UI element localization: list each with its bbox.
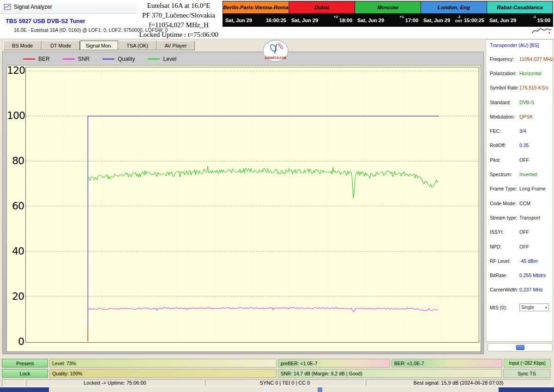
field-value: Long Frame — [519, 186, 546, 191]
input-text: Input (~282 Kbps) — [509, 361, 546, 366]
field-value: 0,255 Mbit/s — [519, 273, 546, 278]
transponder-field-frame-type-: Frame Type:Long Frame — [490, 182, 551, 196]
plot-area — [25, 67, 479, 343]
clock-time-row: Sat, Jun 2916:00:25 — [223, 14, 289, 26]
level-text: Level: 73% — [52, 361, 76, 366]
clock-time: 16:00:25 — [266, 18, 286, 23]
transponder-panel: Transponder (AU) [BS] Frequency:11054,02… — [486, 39, 553, 342]
transponder-field-polarization-: Polarization:Horizontal — [490, 66, 551, 80]
transponder-field-rolloff-: RollOff:0.35 — [490, 138, 551, 153]
legend-item-snr: SNR — [63, 56, 90, 62]
statusbar-uptime: Locked -> Uptime: 75:06:00 — [26, 379, 204, 386]
legend-item-ber: BER — [23, 56, 50, 62]
clock-date: Sat, Jun 29 — [489, 18, 531, 23]
app-icon — [4, 3, 11, 11]
tab-av-player[interactable]: AV Player — [157, 41, 195, 50]
transponder-field-bitrate-: BitRate:0,255 Mbit/s — [490, 268, 551, 282]
legend-line-icon — [148, 59, 160, 59]
field-label: Frequency: — [490, 56, 519, 62]
field-value: 3/4 — [519, 128, 526, 134]
field-label: Standard: — [490, 100, 519, 105]
y-axis-label-120: 120 — [7, 65, 24, 77]
legend-line-icon — [23, 59, 35, 59]
clock-city-label: Berlin-Paris-Vienna-Roma — [223, 1, 289, 14]
field-label: ISSYI: — [490, 229, 519, 235]
transponder-field-symbol-rate-: Symbol Rate:176,515 KS/s — [490, 81, 551, 95]
logo-text: DXSATCS.COM — [265, 56, 286, 59]
mis-value: Single — [521, 305, 534, 310]
mis-dropdown[interactable]: Single ▾ — [519, 303, 549, 311]
signature-icon — [531, 26, 552, 36]
transponder-field-carrierwidth-: CarrierWidth:0,237 MHz — [490, 283, 551, 297]
taskbar-fragment — [499, 387, 554, 392]
tuner-name: TBS 5927 USB DVB-S2 Tuner — [6, 18, 85, 24]
frequency-line: f=11054,027 MHz_H — [134, 20, 223, 30]
transponder-field-spectrum-: Spectrum:Inverted — [490, 167, 551, 181]
statusbar: Locked -> Uptime: 75:06:00 SYNC 0 | TEI … — [2, 379, 552, 386]
transponder-field-modulation-: Modulation:QPSK — [490, 109, 551, 124]
y-axis-label-60: 60 — [7, 200, 24, 212]
legend-label: SNR — [78, 56, 90, 62]
legend-label: Quality — [118, 56, 135, 62]
quality-text: Quality: 100% — [52, 371, 82, 376]
chevron-down-icon: ▾ — [545, 305, 547, 310]
transponder-field-rf-level-: RF Level:-45 dBm — [490, 254, 551, 268]
field-label: Spectrum: — [490, 172, 519, 177]
clock-time: 15:00:25 — [464, 18, 484, 23]
taskbar-fragment — [262, 387, 269, 392]
statusbar-sync: SYNC 0 | TEI 0 | CC 0 — [205, 379, 365, 386]
tab-tsa-ok-[interactable]: TSA (OK) — [118, 41, 157, 50]
y-axis-label-40: 40 — [7, 245, 24, 257]
clock-city-label: Moscow — [355, 1, 421, 14]
field-label: NPD: — [490, 244, 519, 249]
taskbar-fragment — [0, 387, 49, 392]
dxsatcs-logo: DXSATCS.COM — [262, 40, 289, 65]
quality-bar: Quality: 100% — [49, 369, 277, 378]
tab-dt-mode[interactable]: DT Mode — [42, 41, 80, 50]
clock-time: 15:00 — [537, 18, 550, 23]
statusbar-best-signal: Best signal: 15,9 dB (2024-06-28 07:03) — [366, 379, 551, 386]
titlebar[interactable]: Signal Analyzer — [0, 0, 137, 14]
mis-row: MIS (0): Single ▾ — [490, 303, 551, 311]
tab-signal-mon-[interactable]: Signal Mon. — [80, 41, 118, 50]
legend-label: Level — [163, 56, 176, 62]
field-label: RF Level: — [490, 258, 519, 264]
clock-moscow: MoscowSat, Jun 29+117:00 — [355, 1, 421, 26]
field-label: BitRate: — [490, 273, 519, 278]
chart-area: 020406080100120 — [6, 65, 481, 352]
field-label: Symbol Rate: — [490, 85, 519, 90]
offset-value: -1 — [533, 15, 536, 19]
clock-date: Sat, Jun 29 — [291, 18, 332, 23]
signal-chart: BERSNRQualityLevel 020406080100120 — [2, 52, 484, 354]
indicator-box — [488, 343, 553, 351]
window-title: Signal Analyzer — [14, 4, 52, 10]
clock-city-label: Rabat-Casablanca — [487, 1, 553, 14]
ber-bar: BER: <1.0E-7 — [391, 359, 502, 368]
transponder-field-fec-: FEC:3/4 — [490, 124, 551, 138]
chart-legend: BERSNRQualityLevel — [23, 54, 176, 64]
clock-time: 18:00 — [339, 18, 352, 23]
signal-analyzer-window: Signal Analyzer TBS 5927 USB DVB-S2 Tune… — [0, 0, 554, 392]
transponder-field-code-mode-: Code Mode:CCM — [490, 196, 551, 210]
clock-utc-offset: -1 — [533, 15, 536, 19]
field-label: Modulation: — [490, 114, 519, 119]
field-label: FEC: — [490, 128, 519, 134]
field-value: Inverted — [519, 172, 537, 177]
field-value: DVB-S — [519, 100, 534, 105]
clock-time-row: Sat, Jun 29-115:00 — [487, 14, 553, 26]
legend-item-quality: Quality — [102, 56, 135, 62]
tab-bs-mode[interactable]: BS Mode — [3, 41, 42, 50]
chart-svg — [26, 67, 479, 342]
transponder-fields: Frequency:11054,027 MHzPolarization:Hori… — [490, 52, 551, 297]
transponder-field-pilot-: Pilot:OFF — [490, 153, 551, 167]
field-label: Frame Type: — [490, 186, 519, 191]
clock-time-row: Sat, Jun 29+117:00 — [355, 14, 421, 26]
clock-time-row: Sat, Jun 29+218:00 — [289, 14, 355, 26]
field-value: CCM — [519, 201, 530, 206]
field-value: QPSK — [519, 114, 533, 119]
present-indicator: Present — [2, 359, 48, 368]
window-header: Signal Analyzer TBS 5927 USB DVB-S2 Tune… — [0, 0, 554, 39]
field-value: OFF — [519, 157, 529, 163]
field-label: RollOff: — [490, 143, 519, 148]
field-label: Polarization: — [490, 71, 519, 76]
